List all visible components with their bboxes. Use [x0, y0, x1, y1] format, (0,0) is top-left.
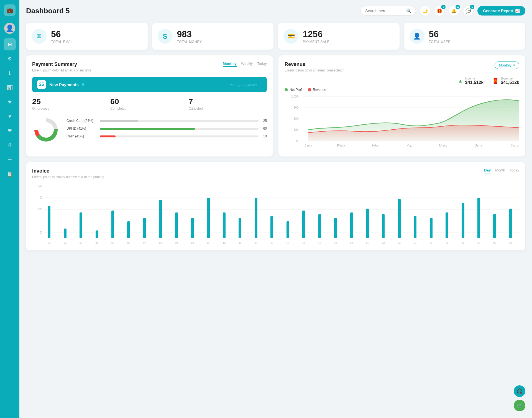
sidebar-item-chart[interactable]: 📊: [4, 81, 16, 94]
sidebar-item-dashboard[interactable]: ⊞: [4, 38, 16, 50]
svg-text:Mar: Mar: [372, 144, 380, 147]
cart-float-btn[interactable]: 🛒: [514, 400, 525, 411]
credit-card-label: Credit Card (24%): [66, 119, 97, 123]
support-float-btn[interactable]: 🎧: [514, 385, 525, 397]
bar-item: [57, 183, 72, 238]
total-user-number: 56: [429, 29, 451, 39]
tab-invoice-day[interactable]: Day: [484, 168, 491, 173]
sidebar-item-docs[interactable]: 📋: [4, 168, 16, 180]
sidebar-item-favorite[interactable]: ♥: [4, 110, 16, 122]
new-payments-label: New Payments: [49, 82, 79, 87]
revenue-title-block: Revenue Lorem ipsum dolor sit amet, cons…: [285, 61, 344, 72]
payment-summary-subtitle: Lorem ipsum dolor sit amet, consectetur: [32, 68, 91, 72]
search-input[interactable]: [365, 9, 404, 13]
tab-invoice-today[interactable]: Today: [510, 168, 519, 173]
bar-item: [280, 183, 295, 238]
search-box[interactable]: 🔍: [360, 6, 416, 16]
bar-x-label: 29: [487, 242, 502, 244]
svg-text:May: May: [439, 144, 448, 147]
bar-item: [185, 183, 200, 238]
sidebar-item-print[interactable]: 🖨: [4, 139, 16, 151]
income-val: $41,512k: [465, 80, 484, 85]
star-icon: ★: [7, 99, 12, 105]
bar-x-label: 12: [217, 242, 232, 244]
bar-visual: [446, 212, 448, 238]
bar-visual: [143, 218, 146, 238]
generate-report-label: Generate Report: [483, 9, 513, 13]
bar-x-label: 19: [328, 242, 343, 244]
sidebar-item-heart2[interactable]: ❤: [4, 125, 16, 137]
revenue-title: Revenue: [285, 61, 344, 67]
bar-item: [232, 183, 247, 238]
new-payments-bar: 25 New Payments Manage payment →: [32, 77, 267, 92]
sidebar-item-settings[interactable]: ⚙: [4, 53, 16, 65]
bar-x-label: 28: [471, 242, 486, 244]
sidebar-item-menu[interactable]: ☰: [4, 153, 16, 166]
bar-visual: [255, 198, 257, 238]
bar-item: [296, 183, 311, 238]
bar-x-label: 01: [42, 242, 57, 244]
canceled-block: 7 Canceled: [189, 97, 267, 111]
gift-btn[interactable]: 🎁 2: [434, 6, 445, 16]
bell-btn[interactable]: 🔔 12: [449, 6, 459, 16]
header-right: 🔍 🌙 🎁 2 🔔 12 💬 5 Generate Report 📈: [360, 6, 525, 16]
sidebar-item-info[interactable]: ℹ: [4, 67, 16, 79]
bar-visual: [48, 206, 50, 238]
payment-summary-tabs: Monthly Weekly Today: [223, 61, 267, 67]
revenue-card: Revenue Lorem ipsum dolor sit amet, cons…: [278, 55, 525, 157]
bar-x-label: 06: [121, 242, 136, 244]
bar-x-label: 23: [392, 242, 407, 244]
bar-x-label: 02: [57, 242, 72, 244]
tab-invoice-month[interactable]: Month: [495, 168, 505, 173]
net-profit-label: Net Profit: [290, 88, 303, 92]
invoice-title-block: Invoice Lorem ipsum is simply dummy text…: [32, 168, 104, 179]
bar-x-label: 07: [137, 242, 152, 244]
completed-label: Completed: [110, 107, 188, 111]
upi-bar-fill: [100, 128, 195, 130]
credit-card-bar-track: [100, 120, 259, 122]
bar-visual: [96, 230, 98, 238]
bar-visual: [239, 218, 241, 238]
bar-item: [487, 183, 502, 238]
gift-badge: 2: [441, 5, 446, 9]
bar-x-label: 17: [296, 242, 311, 244]
bar-visual: [318, 214, 321, 238]
cash-bar-fill: [100, 135, 116, 137]
chat-btn[interactable]: 💬 5: [463, 6, 474, 16]
gift-icon: 🎁: [437, 8, 442, 14]
avatar[interactable]: 👤: [4, 23, 15, 34]
main-content: Dashboard 5 🔍 🌙 🎁 2 🔔 12 💬 5 Gen: [19, 0, 532, 418]
payment-stat-icon: 💳: [283, 29, 298, 44]
svg-text:July: July: [510, 144, 519, 147]
bar-visual: [175, 212, 178, 238]
stat-card-total-email: ✉ 56 TOTAL EMAIL: [26, 23, 148, 50]
search-icon[interactable]: 🔍: [406, 8, 411, 13]
bell-icon: 🔔: [451, 8, 457, 14]
revenue-dot: [308, 88, 311, 91]
bar-item: [73, 183, 88, 238]
bar-item: [408, 183, 423, 238]
hamburger-icon: ☰: [7, 157, 12, 163]
tab-weekly[interactable]: Weekly: [241, 61, 253, 67]
tab-today[interactable]: Today: [257, 61, 267, 67]
bar-visual: [127, 221, 130, 238]
revenue-monthly-btn[interactable]: Monthly ▾: [495, 61, 519, 69]
tab-monthly[interactable]: Monthly: [223, 61, 237, 67]
bar-x-label: 03: [73, 242, 88, 244]
info-icon: ℹ: [9, 70, 11, 76]
bar-visual: [350, 212, 353, 238]
header: Dashboard 5 🔍 🌙 🎁 2 🔔 12 💬 5 Gen: [26, 6, 525, 16]
bar-visual: [334, 218, 337, 238]
theme-toggle-btn[interactable]: 🌙: [420, 6, 430, 16]
bar-visual: [493, 214, 496, 238]
generate-report-button[interactable]: Generate Report 📈: [477, 6, 525, 16]
canceled-number: 7: [189, 97, 267, 106]
payment-breakdown: Credit Card (24%) 25 UPI ID (41%) 60: [32, 116, 267, 145]
sidebar-item-star[interactable]: ★: [4, 96, 16, 108]
manage-payment-link[interactable]: Manage payment →: [229, 83, 262, 87]
bar-visual: [462, 203, 464, 238]
sidebar-logo[interactable]: 💼: [4, 4, 16, 16]
cash-val: 10: [261, 134, 267, 138]
bar-x-label: 18: [312, 242, 327, 244]
total-email-number: 56: [51, 29, 74, 39]
